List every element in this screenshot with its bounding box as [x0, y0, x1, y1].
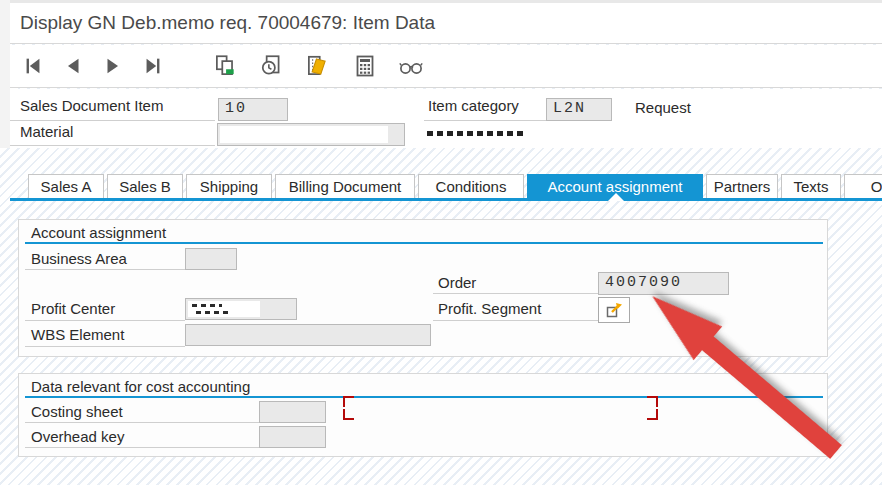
document-flow-clock-icon[interactable]	[256, 51, 286, 81]
redacted-profit-center-fragment	[196, 311, 230, 314]
material-field[interactable]	[217, 123, 405, 146]
business-area-field[interactable]	[185, 248, 237, 270]
corner-mark	[647, 409, 658, 420]
tab-conditions[interactable]: Conditions	[418, 174, 524, 198]
last-record-icon[interactable]	[138, 51, 168, 81]
tab-texts[interactable]: Texts	[781, 174, 841, 198]
tab-shipping[interactable]: Shipping	[186, 174, 272, 198]
tab-partners[interactable]: Partners	[706, 174, 778, 198]
divider	[25, 269, 185, 270]
corner-mark	[343, 409, 354, 420]
redacted-material-description	[427, 131, 525, 136]
window-titlebar: Display GN Deb.memo req. 70004679: Item …	[10, 0, 882, 44]
tab-sales-a[interactable]: Sales A	[28, 174, 104, 198]
order-field[interactable]: 4007090	[598, 272, 729, 295]
account-assignment-section-title: Account assignment	[31, 224, 166, 241]
copy-document-icon[interactable]	[210, 51, 240, 81]
divider	[433, 293, 598, 294]
overhead-key-label: Overhead key	[31, 428, 124, 445]
profit-segment-button[interactable]	[598, 297, 630, 323]
redacted-profit-center-fragment	[192, 304, 222, 307]
sales-document-item-label: Sales Document Item	[20, 97, 163, 114]
profit-center-field[interactable]	[185, 298, 297, 320]
wbs-element-label: WBS Element	[31, 326, 124, 343]
corner-mark	[647, 396, 658, 407]
previous-record-icon[interactable]	[58, 51, 88, 81]
application-toolbar	[10, 45, 882, 88]
header-fields-area: Sales Document Item 10 Item category L2N…	[10, 89, 882, 148]
left-margin-strip	[0, 0, 10, 148]
calculator-icon[interactable]	[350, 51, 380, 81]
display-glasses-icon[interactable]	[396, 51, 426, 81]
business-area-label: Business Area	[31, 250, 127, 267]
material-value-redaction	[220, 126, 388, 143]
wbs-element-field[interactable]	[185, 324, 431, 346]
red-corner-selection-markers	[343, 396, 658, 420]
divider	[25, 447, 259, 448]
profit-center-label: Profit Center	[31, 300, 115, 317]
cost-accounting-section-title: Data relevant for cost accounting	[31, 378, 250, 395]
divider	[25, 346, 185, 347]
tab-billing-document[interactable]: Billing Document	[275, 174, 415, 198]
tab-strip: Sales A Sales B Shipping Billing Documen…	[28, 174, 882, 198]
divider	[10, 145, 215, 146]
item-category-field[interactable]: L2N	[546, 98, 612, 121]
costing-sheet-label: Costing sheet	[31, 403, 123, 420]
next-record-icon[interactable]	[98, 51, 128, 81]
tab-underline	[10, 198, 882, 201]
tab-sales-b[interactable]: Sales B	[107, 174, 183, 198]
order-label: Order	[438, 274, 476, 291]
account-assignment-groupbox: Account assignment Business Area Order 4…	[18, 219, 828, 357]
item-category-label: Item category	[428, 97, 519, 114]
active-tab-caret	[608, 193, 624, 201]
tab-order-data[interactable]: Or	[844, 174, 882, 198]
costing-sheet-field[interactable]	[259, 401, 326, 423]
corner-mark	[343, 396, 354, 407]
section-rule	[25, 242, 823, 244]
item-category-description: Request	[635, 99, 691, 116]
divider	[25, 320, 185, 321]
divider	[10, 120, 215, 121]
profit-segment-label: Profit. Segment	[438, 300, 541, 317]
divider	[25, 422, 259, 423]
overhead-key-field[interactable]	[259, 426, 326, 448]
sales-document-item-field[interactable]: 10	[218, 98, 288, 121]
divider	[433, 320, 598, 321]
profitability-segment-arrow-icon	[604, 300, 624, 320]
page-title: Display GN Deb.memo req. 70004679: Item …	[20, 12, 435, 34]
material-label: Material	[20, 123, 73, 140]
first-record-icon[interactable]	[18, 51, 48, 81]
display-texts-note-icon[interactable]	[302, 51, 332, 81]
